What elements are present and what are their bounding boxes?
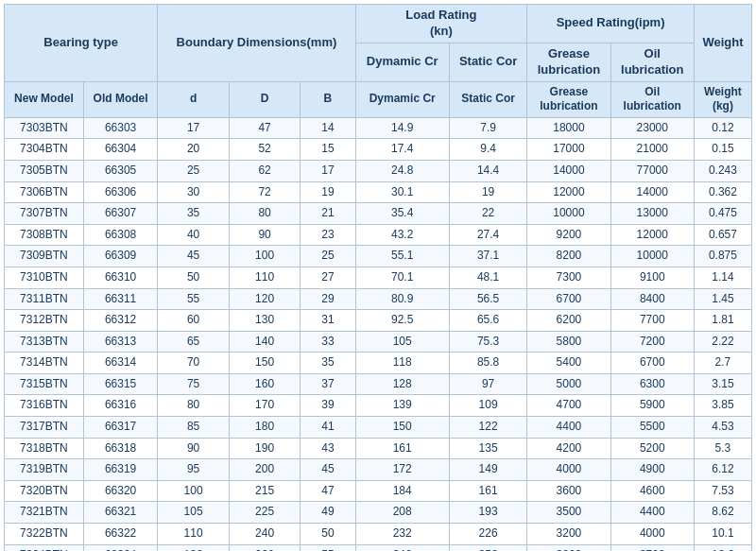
table-cell: 200 <box>229 459 301 481</box>
table-cell: 6700 <box>610 353 694 374</box>
new-model-header: New Model <box>5 81 84 117</box>
table-cell: 30.1 <box>355 181 449 203</box>
table-cell: 22 <box>449 203 526 225</box>
table-cell: 1.81 <box>694 310 751 332</box>
table-cell: 172 <box>355 459 449 481</box>
table-row: 7315BTN66315751603712897500063003.15 <box>5 373 752 395</box>
table-cell: 7700 <box>610 310 694 332</box>
table-cell: 55 <box>301 544 355 551</box>
table-cell: 150 <box>229 353 301 374</box>
table-cell: 25 <box>301 246 355 267</box>
d-header: d <box>158 81 230 117</box>
table-cell: 17 <box>301 160 355 181</box>
table-cell: 10000 <box>610 246 694 267</box>
oil-lub-header: Oillubrication <box>610 81 694 117</box>
table-cell: 85.8 <box>449 353 526 374</box>
table-cell: 66312 <box>83 310 157 332</box>
table-cell: 170 <box>229 395 301 417</box>
table-cell: 66304 <box>83 139 157 161</box>
header-row-1: Bearing type Boundary Dimensions(mm) Loa… <box>5 5 752 43</box>
table-cell: 7320BTN <box>5 480 84 502</box>
table-cell: 66321 <box>83 502 157 524</box>
table-cell: 95 <box>158 459 230 481</box>
table-cell: 3600 <box>527 480 610 502</box>
table-cell: 105 <box>158 502 230 524</box>
table-cell: 45 <box>301 459 355 481</box>
table-cell: 3000 <box>527 544 610 551</box>
table-cell: 12.6 <box>694 544 751 551</box>
table-cell: 2.22 <box>694 331 751 353</box>
table-cell: 7303BTN <box>5 117 84 139</box>
table-cell: 7.53 <box>694 480 751 502</box>
grease-lub-header: Greaselubrication <box>527 81 610 117</box>
table-cell: 55 <box>158 288 230 310</box>
table-cell: 105 <box>355 331 449 353</box>
table-cell: 246 <box>355 544 449 551</box>
table-cell: 10000 <box>527 203 610 225</box>
table-cell: 7304BTN <box>5 139 84 161</box>
table-cell: 7316BTN <box>5 395 84 417</box>
table-cell: 7300 <box>527 267 610 288</box>
table-row: 7312BTN66312601303192.565.6620077001.81 <box>5 310 752 332</box>
table-cell: 5400 <box>527 353 610 374</box>
table-cell: 7200 <box>610 331 694 353</box>
table-cell: 14.9 <box>355 117 449 139</box>
table-cell: 48.1 <box>449 267 526 288</box>
table-cell: 161 <box>355 438 449 459</box>
dynamic-cr-sub-header: Dymamic Cr <box>355 43 449 81</box>
table-cell: 80 <box>229 203 301 225</box>
table-row: 7307BTN6630735802135.42210000130000.475 <box>5 203 752 225</box>
table-cell: 120 <box>158 544 230 551</box>
table-cell: 23000 <box>610 117 694 139</box>
header-row-2: New Model Old Model d D B Dymamic Cr Sta… <box>5 81 752 117</box>
table-cell: 43 <box>301 438 355 459</box>
table-cell: 7307BTN <box>5 203 84 225</box>
table-cell: 66307 <box>83 203 157 225</box>
table-cell: 4000 <box>610 524 694 545</box>
table-cell: 37.1 <box>449 246 526 267</box>
table-body: 7303BTN6630317471414.97.918000230000.127… <box>5 117 752 551</box>
B-header: B <box>301 81 355 117</box>
table-cell: 66313 <box>83 331 157 353</box>
table-cell: 4.53 <box>694 417 751 439</box>
table-cell: 19 <box>449 181 526 203</box>
table-cell: 66316 <box>83 395 157 417</box>
table-cell: 60 <box>158 310 230 332</box>
table-cell: 3200 <box>527 524 610 545</box>
table-cell: 17.4 <box>355 139 449 161</box>
table-cell: 80.9 <box>355 288 449 310</box>
table-cell: 130 <box>229 310 301 332</box>
table-cell: 180 <box>229 417 301 439</box>
table-cell: 25 <box>158 160 230 181</box>
grease-lub-sub-header: Greaselubrication <box>527 43 610 81</box>
table-cell: 92.5 <box>355 310 449 332</box>
load-rating-header: Load Rating(kn) <box>355 5 527 43</box>
table-cell: 43.2 <box>355 224 449 246</box>
table-cell: 7315BTN <box>5 373 84 395</box>
table-cell: 7324BTN <box>5 544 84 551</box>
table-cell: 225 <box>229 502 301 524</box>
table-cell: 37 <box>301 373 355 395</box>
table-cell: 23 <box>301 224 355 246</box>
table-cell: 150 <box>355 417 449 439</box>
table-cell: 9200 <box>527 224 610 246</box>
table-cell: 120 <box>229 288 301 310</box>
table-cell: 65.6 <box>449 310 526 332</box>
table-cell: 4400 <box>527 417 610 439</box>
table-cell: 0.657 <box>694 224 751 246</box>
weight-header: Weight <box>694 5 751 82</box>
table-cell: 14000 <box>527 160 610 181</box>
table-cell: 85 <box>158 417 230 439</box>
table-cell: 3.85 <box>694 395 751 417</box>
table-cell: 14.4 <box>449 160 526 181</box>
table-cell: 66319 <box>83 459 157 481</box>
table-cell: 14000 <box>610 181 694 203</box>
table-cell: 8.62 <box>694 502 751 524</box>
table-cell: 4700 <box>527 395 610 417</box>
table-cell: 70 <box>158 353 230 374</box>
table-cell: 12000 <box>527 181 610 203</box>
table-cell: 66311 <box>83 288 157 310</box>
table-cell: 66305 <box>83 160 157 181</box>
table-cell: 190 <box>229 438 301 459</box>
table-row: 7316BTN663168017039139109470059003.85 <box>5 395 752 417</box>
